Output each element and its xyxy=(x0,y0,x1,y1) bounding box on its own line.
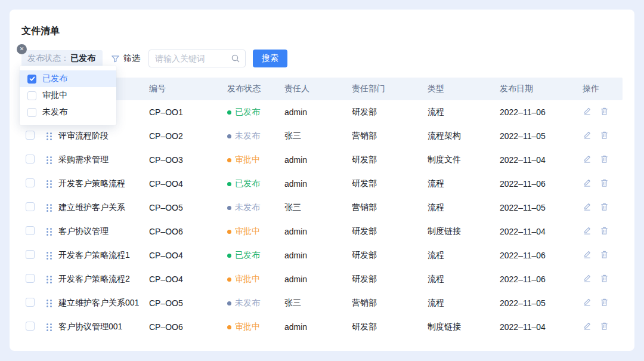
drag-handle-icon[interactable] xyxy=(47,180,52,188)
search-icon xyxy=(231,54,240,65)
row-checkbox[interactable] xyxy=(26,274,35,283)
delete-icon[interactable] xyxy=(600,155,609,163)
department: 研发部 xyxy=(352,250,428,261)
filter-tag-label: 发布状态： xyxy=(27,53,69,64)
header-cell: 责任人 xyxy=(284,84,352,94)
publish-date: 2022–11–04 xyxy=(500,155,583,165)
delete-icon[interactable] xyxy=(600,250,609,259)
status-badge: 未发布 xyxy=(227,298,260,308)
row-actions xyxy=(583,274,609,283)
dropdown-option[interactable]: 已发布 xyxy=(20,70,116,87)
status-filter-dropdown: 已发布审批中未发布 xyxy=(20,66,116,125)
table-row: 开发客户策略流程2CP–OO4审批中admin研发部流程2022–11–06 xyxy=(21,267,623,291)
checkbox-checked-icon[interactable] xyxy=(27,75,36,84)
edit-icon[interactable] xyxy=(583,202,592,211)
delete-icon[interactable] xyxy=(600,274,609,283)
search-button[interactable]: 搜索 xyxy=(253,50,287,67)
file-type: 流程 xyxy=(428,202,500,213)
file-code: CP–OO4 xyxy=(149,251,227,260)
close-icon[interactable]: ✕ xyxy=(17,44,27,54)
funnel-icon xyxy=(111,54,120,63)
status-dot-icon xyxy=(227,182,231,186)
drag-handle-icon[interactable] xyxy=(47,156,52,164)
edit-icon[interactable] xyxy=(583,298,592,307)
row-checkbox[interactable] xyxy=(26,298,35,307)
checkbox-icon[interactable] xyxy=(27,91,36,100)
edit-icon[interactable] xyxy=(583,155,592,163)
delete-icon[interactable] xyxy=(600,107,609,116)
active-filter-tag[interactable]: ✕ 发布状态： 已发布 xyxy=(21,50,103,67)
status-badge: 审批中 xyxy=(227,226,260,237)
row-checkbox[interactable] xyxy=(26,178,35,187)
edit-icon[interactable] xyxy=(583,322,592,331)
checkbox-icon[interactable] xyxy=(27,108,36,117)
delete-icon[interactable] xyxy=(600,298,609,307)
drag-handle-icon[interactable] xyxy=(47,132,52,140)
edit-icon[interactable] xyxy=(583,226,592,235)
publish-date: 2022–11–05 xyxy=(500,298,583,308)
status-label: 审批中 xyxy=(235,226,260,237)
dropdown-option-label: 已发布 xyxy=(42,73,67,84)
file-code: CP–OO5 xyxy=(149,298,227,308)
row-checkbox[interactable] xyxy=(26,131,35,140)
drag-handle-icon[interactable] xyxy=(47,323,52,331)
row-checkbox[interactable] xyxy=(26,155,35,163)
drag-handle-icon[interactable] xyxy=(47,300,52,307)
table-row: 评审流程阶段CP–OO2未发布张三营销部流程架构2022–11–05 xyxy=(21,124,623,148)
edit-icon[interactable] xyxy=(583,274,592,283)
delete-icon[interactable] xyxy=(600,322,609,331)
dropdown-option[interactable]: 审批中 xyxy=(20,87,116,104)
table-body: CP–OO1已发布admin研发部流程2022–11–06评审流程阶段CP–OO… xyxy=(21,100,623,339)
status-label: 未发布 xyxy=(235,298,260,308)
status-label: 已发布 xyxy=(235,178,260,189)
row-checkbox[interactable] xyxy=(26,226,35,235)
status-dot-icon xyxy=(227,110,231,115)
row-actions xyxy=(583,226,609,235)
row-checkbox[interactable] xyxy=(26,250,35,259)
delete-icon[interactable] xyxy=(600,202,609,211)
file-code: CP–OO4 xyxy=(149,179,227,189)
department: 营销部 xyxy=(352,131,428,141)
drag-handle-icon[interactable] xyxy=(47,252,52,260)
dropdown-option-label: 审批中 xyxy=(42,90,67,101)
drag-handle-icon[interactable] xyxy=(47,276,52,283)
table-row: 客户协议管理001CP–OO6审批中admin研发部制度链接2022–11–04 xyxy=(21,315,623,339)
status-dot-icon xyxy=(227,206,231,210)
delete-icon[interactable] xyxy=(600,131,609,140)
status-dot-icon xyxy=(227,158,231,162)
row-actions xyxy=(583,202,609,211)
row-actions xyxy=(583,298,609,307)
file-code: CP–OO2 xyxy=(149,131,227,141)
row-checkbox[interactable] xyxy=(26,322,35,331)
department: 研发部 xyxy=(352,226,428,237)
delete-icon[interactable] xyxy=(600,226,609,235)
owner: admin xyxy=(284,179,352,189)
filter-button[interactable]: 筛选 xyxy=(111,53,140,64)
publish-date: 2022–11–04 xyxy=(500,322,583,332)
status-dot-icon xyxy=(227,254,231,258)
delete-icon[interactable] xyxy=(600,178,609,187)
edit-icon[interactable] xyxy=(583,131,592,140)
row-checkbox[interactable] xyxy=(26,202,35,211)
file-type: 流程 xyxy=(428,274,500,285)
file-code: CP–OO4 xyxy=(149,274,227,284)
edit-icon[interactable] xyxy=(583,250,592,259)
drag-handle-icon[interactable] xyxy=(47,228,52,236)
drag-handle-icon[interactable] xyxy=(47,204,52,212)
status-dot-icon xyxy=(227,301,231,306)
file-code: CP–OO5 xyxy=(149,203,227,212)
status-badge: 未发布 xyxy=(227,202,260,213)
file-type: 流程 xyxy=(428,250,500,261)
file-type: 制度链接 xyxy=(428,226,500,237)
file-type: 制度文件 xyxy=(428,155,500,165)
status-label: 审批中 xyxy=(235,322,260,332)
publish-date: 2022–11–04 xyxy=(500,227,583,236)
status-label: 审批中 xyxy=(235,155,260,165)
page-title: 文件清单 xyxy=(21,25,623,38)
dropdown-option[interactable]: 未发布 xyxy=(20,104,116,121)
edit-icon[interactable] xyxy=(583,178,592,187)
dropdown-option-label: 未发布 xyxy=(42,107,67,118)
publish-date: 2022–11–06 xyxy=(500,107,583,117)
edit-icon[interactable] xyxy=(583,107,592,116)
header-cell: 发布状态 xyxy=(227,84,284,94)
